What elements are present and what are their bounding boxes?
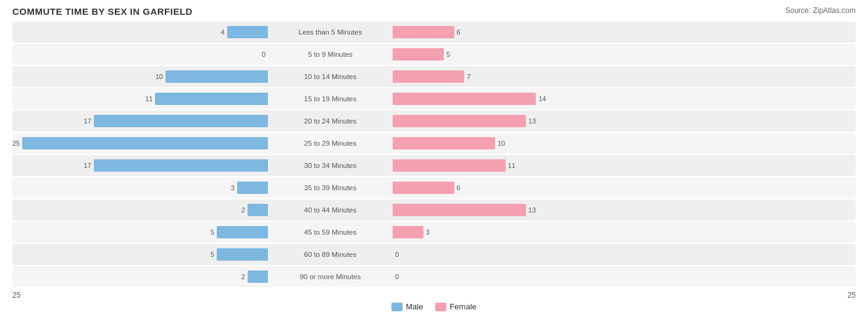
- female-legend-label: Female: [449, 302, 476, 311]
- left-section: 0: [12, 48, 272, 61]
- female-bar: [393, 226, 424, 238]
- male-bar: [248, 204, 268, 216]
- bar-label: 40 to 44 Minutes: [272, 206, 389, 214]
- bar-row: 545 to 59 Minutes3: [12, 222, 856, 243]
- male-bar: [22, 137, 268, 149]
- bar-label: 30 to 34 Minutes: [272, 162, 389, 169]
- male-bar: [155, 93, 268, 105]
- male-value: 5: [211, 229, 214, 236]
- female-value: 13: [528, 117, 536, 125]
- right-section: 6: [389, 182, 648, 194]
- bar-row: 1010 to 14 Minutes7: [12, 66, 856, 87]
- bar-label: 10 to 14 Minutes: [272, 73, 389, 80]
- female-value: 10: [498, 140, 505, 147]
- female-bar: [393, 115, 526, 127]
- bar-row: 1730 to 34 Minutes11: [12, 155, 856, 176]
- female-value: 0: [395, 273, 399, 280]
- male-value: 17: [84, 162, 91, 169]
- left-section: 4: [12, 26, 272, 38]
- male-value: 17: [84, 117, 91, 125]
- right-section: 10: [389, 137, 648, 149]
- bar-row: 560 to 89 Minutes0: [12, 244, 856, 265]
- right-section: 5: [389, 48, 648, 61]
- female-bar: [393, 93, 536, 105]
- male-bar: [165, 70, 268, 83]
- female-bar: [393, 137, 495, 149]
- right-section: 3: [389, 226, 648, 238]
- right-section: 7: [389, 70, 648, 83]
- female-value: 14: [538, 95, 546, 103]
- axis-row: 25 25: [12, 291, 856, 300]
- bar-row: 1115 to 19 Minutes14: [12, 88, 856, 109]
- bar-row: 2525 to 29 Minutes10: [12, 133, 856, 154]
- male-legend-box: [391, 303, 403, 311]
- male-value: 2: [241, 273, 245, 280]
- male-bar: [227, 26, 268, 38]
- female-value: 3: [426, 229, 430, 236]
- male-value: 2: [241, 206, 245, 214]
- left-section: 10: [12, 70, 272, 83]
- bar-label: 60 to 89 Minutes: [272, 251, 389, 258]
- bar-label: 45 to 59 Minutes: [272, 229, 389, 236]
- male-value: 4: [220, 28, 224, 36]
- left-section: 2: [12, 204, 272, 216]
- bar-label: 25 to 29 Minutes: [272, 140, 389, 147]
- male-value: 0: [262, 51, 265, 58]
- female-bar: [393, 26, 454, 38]
- female-value: 6: [457, 184, 461, 191]
- left-section: 5: [12, 226, 272, 238]
- male-bar: [248, 271, 268, 283]
- right-section: 6: [389, 26, 648, 38]
- right-section: 0: [389, 271, 648, 283]
- female-value: 7: [467, 73, 470, 80]
- left-section: 17: [12, 159, 272, 172]
- right-section: 0: [389, 248, 648, 261]
- bar-label: 5 to 9 Minutes: [272, 51, 389, 58]
- bar-row: 4Less than 5 Minutes6: [12, 22, 856, 43]
- left-section: 5: [12, 248, 272, 261]
- left-section: 17: [12, 115, 272, 127]
- male-legend-label: Male: [406, 302, 423, 311]
- male-bar: [237, 182, 268, 194]
- axis-right: 25: [848, 291, 856, 300]
- bar-row: 05 to 9 Minutes5: [12, 44, 856, 65]
- bar-label: 15 to 19 Minutes: [272, 95, 389, 103]
- female-value: 11: [508, 162, 515, 169]
- bar-label: 35 to 39 Minutes: [272, 184, 389, 191]
- male-bar: [217, 226, 268, 238]
- female-bar: [393, 48, 444, 61]
- male-value: 3: [231, 184, 235, 191]
- male-value: 10: [156, 73, 163, 80]
- female-value: 13: [528, 206, 536, 214]
- legend-row: Male Female: [12, 302, 856, 311]
- female-bar: [393, 70, 464, 83]
- chart-title: COMMUTE TIME BY SEX IN GARFIELD: [12, 6, 193, 17]
- bar-row: 240 to 44 Minutes13: [12, 199, 856, 220]
- bar-label: Less than 5 Minutes: [272, 28, 389, 36]
- female-bar: [393, 204, 526, 216]
- left-section: 25: [12, 137, 272, 149]
- chart-area: 4Less than 5 Minutes605 to 9 Minutes5101…: [12, 22, 856, 287]
- female-bar: [393, 182, 454, 194]
- header: COMMUTE TIME BY SEX IN GARFIELD Source: …: [12, 6, 856, 17]
- bar-label: 20 to 24 Minutes: [272, 117, 389, 125]
- bar-row: 290 or more Minutes0: [12, 266, 856, 287]
- source-text: Source: ZipAtlas.com: [785, 6, 856, 15]
- male-value: 5: [211, 251, 214, 258]
- female-value: 6: [457, 28, 461, 36]
- bar-label: 90 or more Minutes: [272, 273, 389, 280]
- bar-row: 335 to 39 Minutes6: [12, 177, 856, 198]
- legend-male: Male: [391, 302, 423, 311]
- male-bar: [94, 115, 268, 127]
- female-bar: [393, 159, 506, 172]
- left-section: 2: [12, 271, 272, 283]
- female-value: 0: [395, 251, 399, 258]
- right-section: 14: [389, 93, 648, 105]
- bar-row: 1720 to 24 Minutes13: [12, 111, 856, 132]
- left-section: 3: [12, 182, 272, 194]
- male-bar: [217, 248, 268, 261]
- female-legend-box: [435, 303, 446, 311]
- axis-left: 25: [12, 291, 20, 300]
- male-bar: [94, 159, 268, 172]
- right-section: 13: [389, 204, 648, 216]
